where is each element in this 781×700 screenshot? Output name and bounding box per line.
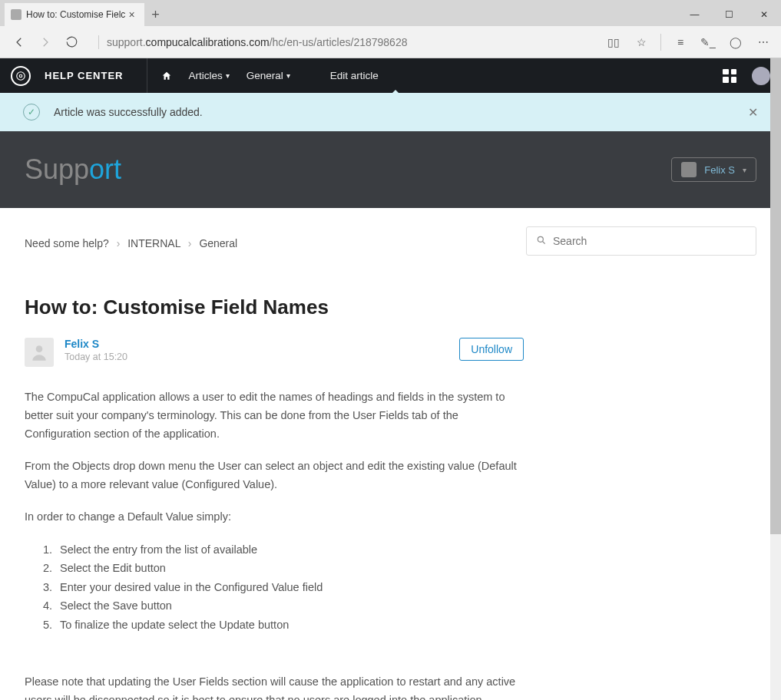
steps-list: Select the entry from the list of availa… xyxy=(55,540,524,635)
browser-tab-bar: How to: Customise Fielc × + — ☐ ✕ xyxy=(0,0,781,26)
search-box[interactable] xyxy=(526,226,756,256)
chevron-down-icon: ▾ xyxy=(286,71,290,80)
paragraph: In order to change a Default Value simpl… xyxy=(25,508,524,527)
home-icon[interactable] xyxy=(161,71,172,81)
svg-point-0 xyxy=(17,71,25,80)
close-window-button[interactable]: ✕ xyxy=(746,3,781,26)
article-date: Today at 15:20 xyxy=(65,352,127,362)
success-notice: ✓ Article was successfully added. ✕ xyxy=(0,93,781,131)
apps-icon[interactable] xyxy=(723,69,736,83)
chevron-down-icon: ▾ xyxy=(743,166,746,174)
scrollbar-thumb[interactable] xyxy=(770,58,781,534)
paragraph: The CompuCal application allows a user t… xyxy=(25,388,524,444)
author-avatar xyxy=(25,338,54,367)
tab-favicon xyxy=(11,9,22,20)
article: How to: Customise Field Names Felix S To… xyxy=(25,296,524,700)
share-icon[interactable]: ◯ xyxy=(724,31,747,54)
search-icon xyxy=(536,235,547,248)
help-center-icon[interactable] xyxy=(11,66,31,86)
refresh-button[interactable] xyxy=(58,29,84,55)
search-input[interactable] xyxy=(553,235,746,247)
user-dropdown[interactable]: Felix S ▾ xyxy=(671,157,756,182)
list-item: Select the entry from the list of availa… xyxy=(55,540,524,560)
url-host: compucalcalibrations.com xyxy=(146,36,270,48)
list-item: To finalize the update select the Update… xyxy=(55,616,524,635)
admin-toolbar: HELP CENTER Articles▾ General▾ Edit arti… xyxy=(0,58,781,93)
url-path: /hc/en-us/articles/218798628 xyxy=(270,36,408,48)
maximize-button[interactable]: ☐ xyxy=(712,3,746,26)
favorite-icon[interactable]: ☆ xyxy=(630,31,653,54)
scrollbar[interactable] xyxy=(770,58,781,700)
support-header: Support Felix S ▾ xyxy=(0,131,781,208)
author-name[interactable]: Felix S xyxy=(65,338,127,350)
list-item: Select the Save button xyxy=(55,596,524,616)
reading-view-icon[interactable]: ▯▯ xyxy=(602,31,625,54)
list-item: Enter your desired value in the Configur… xyxy=(55,578,524,597)
svg-point-2 xyxy=(538,236,543,242)
svg-point-3 xyxy=(36,345,43,352)
content-area: Need some help? › INTERNAL › General How… xyxy=(0,208,781,700)
svg-point-1 xyxy=(19,74,22,78)
author-row: Felix S Today at 15:20 Unfollow xyxy=(25,338,524,367)
window-controls: — ☐ ✕ xyxy=(677,3,781,26)
unfollow-button[interactable]: Unfollow xyxy=(459,338,524,361)
breadcrumb-section[interactable]: INTERNAL xyxy=(127,237,180,249)
hub-icon[interactable]: ≡ xyxy=(669,31,692,54)
url-prefix: support. xyxy=(107,36,146,48)
breadcrumb-root[interactable]: Need some help? xyxy=(25,237,109,249)
chevron-down-icon: ▾ xyxy=(226,71,230,80)
back-button[interactable] xyxy=(6,29,32,55)
check-icon: ✓ xyxy=(23,104,40,121)
user-avatar[interactable] xyxy=(752,67,770,85)
notes-icon[interactable]: ✎_ xyxy=(697,31,720,54)
user-name: Felix S xyxy=(704,164,735,176)
new-tab-button[interactable]: + xyxy=(144,3,167,26)
forward-button[interactable] xyxy=(32,29,58,55)
articles-dropdown[interactable]: Articles▾ xyxy=(189,70,230,81)
breadcrumb-category[interactable]: General xyxy=(199,237,237,249)
more-icon[interactable]: ⋯ xyxy=(752,31,775,54)
close-tab-icon[interactable]: × xyxy=(125,8,137,21)
help-center-title: HELP CENTER xyxy=(45,70,124,81)
tab-title: How to: Customise Fielc xyxy=(26,9,125,20)
user-avatar-small xyxy=(681,162,697,177)
article-title: How to: Customise Field Names xyxy=(25,296,524,319)
notice-text: Article was successfully added. xyxy=(54,106,203,118)
list-item: Select the Edit button xyxy=(55,559,524,578)
browser-tab[interactable]: How to: Customise Fielc × xyxy=(5,3,144,26)
minimize-button[interactable]: — xyxy=(677,3,712,26)
general-dropdown[interactable]: General▾ xyxy=(247,70,290,81)
edit-article-button[interactable]: Edit article xyxy=(330,70,379,81)
close-notice-icon[interactable]: ✕ xyxy=(748,105,758,120)
paragraph: Please note that updating the User Field… xyxy=(25,673,524,700)
address-bar[interactable]: support.compucalcalibrations.com/hc/en-u… xyxy=(92,31,594,53)
caret-indicator xyxy=(392,90,399,94)
paragraph: From the Objects drop down menu the User… xyxy=(25,457,524,494)
browser-toolbar: support.compucalcalibrations.com/hc/en-u… xyxy=(0,26,781,58)
support-logo[interactable]: Support xyxy=(25,154,121,186)
